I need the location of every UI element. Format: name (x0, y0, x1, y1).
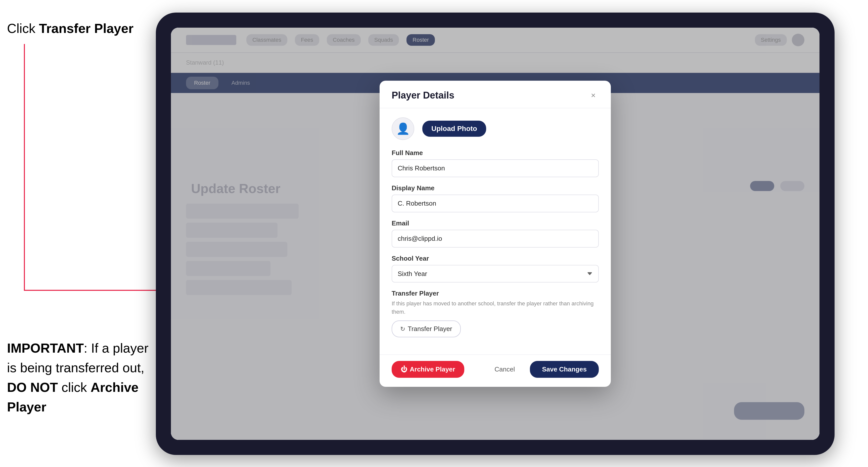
avatar-placeholder: 👤 (392, 117, 414, 140)
transfer-section-description: If this player has moved to another scho… (392, 299, 599, 316)
instruction-top: Click Transfer Player (7, 20, 133, 37)
display-name-group: Display Name (392, 184, 599, 212)
modal-footer: ⏻ Archive Player Cancel Save Changes (379, 354, 611, 387)
annotation-line-vertical (24, 44, 25, 290)
archive-player-button[interactable]: ⏻ Archive Player (392, 361, 464, 378)
save-changes-button[interactable]: Save Changes (530, 361, 599, 378)
tablet-screen: Classmates Fees Coaches Squads Roster Se… (171, 28, 819, 440)
email-group: Email (392, 219, 599, 248)
transfer-player-button[interactable]: ↻ Transfer Player (392, 320, 461, 337)
modal-header: Player Details × (379, 81, 611, 108)
modal-body: 👤 Upload Photo Full Name Display Name (379, 108, 611, 354)
display-name-input[interactable] (392, 194, 599, 212)
transfer-button-label: Transfer Player (408, 325, 452, 333)
transfer-section-title: Transfer Player (392, 289, 599, 297)
archive-icon: ⏻ (401, 366, 407, 373)
archive-button-label: Archive Player (410, 366, 455, 373)
full-name-input[interactable] (392, 159, 599, 177)
full-name-group: Full Name (392, 149, 599, 177)
school-year-select[interactable]: First Year Second Year Third Year Fourth… (392, 265, 599, 282)
school-year-group: School Year First Year Second Year Third… (392, 255, 599, 282)
tablet-device: Classmates Fees Coaches Squads Roster Se… (156, 12, 835, 455)
player-details-modal: Player Details × 👤 Upload Photo Full Nam (379, 81, 611, 387)
footer-right-actions: Cancel Save Changes (486, 361, 599, 378)
cancel-button[interactable]: Cancel (486, 361, 524, 378)
full-name-label: Full Name (392, 149, 599, 157)
instruction-prefix: Click (7, 21, 39, 36)
transfer-player-section: Transfer Player If this player has moved… (392, 289, 599, 337)
school-year-label: School Year (392, 255, 599, 262)
upload-photo-button[interactable]: Upload Photo (422, 121, 486, 137)
instruction-bottom: IMPORTANT: If a player is being transfer… (7, 338, 153, 417)
instruction-important: IMPORTANT (7, 341, 84, 355)
photo-upload-row: 👤 Upload Photo (392, 117, 599, 140)
instruction-emphasis: Transfer Player (39, 21, 133, 36)
modal-close-button[interactable]: × (588, 90, 599, 101)
modal-title: Player Details (392, 90, 454, 101)
email-label: Email (392, 219, 599, 227)
email-input[interactable] (392, 230, 599, 248)
modal-overlay: Player Details × 👤 Upload Photo Full Nam (171, 28, 819, 440)
transfer-icon: ↻ (400, 325, 405, 333)
display-name-label: Display Name (392, 184, 599, 192)
instruction-text2: click (58, 380, 91, 395)
avatar-icon: 👤 (396, 122, 410, 135)
instruction-do-not: DO NOT (7, 380, 58, 395)
